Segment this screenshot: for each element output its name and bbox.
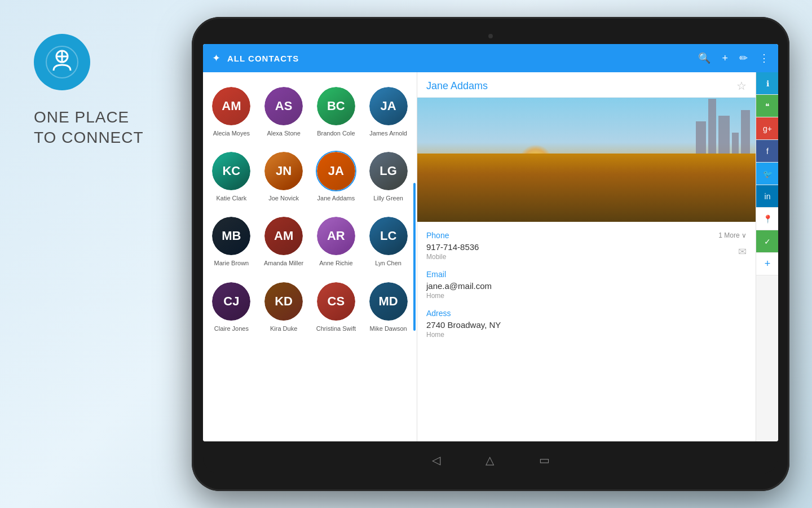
contact-avatar-15: CS [316,281,356,322]
email-section: Email jane.a@mail.com Home [426,270,747,300]
contact-item-3[interactable]: BCBrandon Cole [312,81,360,142]
contact-item-15[interactable]: CSChristina Swift [312,277,360,337]
address-value[interactable]: 2740 Broadway, NY [426,320,747,330]
side-action-add[interactable]: + [756,253,778,275]
tablet-camera [488,34,493,38]
contact-face-10: AM [264,217,303,255]
contact-item-14[interactable]: KDKira Duke [260,277,308,337]
contact-face-13: CJ [212,282,250,321]
contact-name-7: Jane Addams [317,195,355,202]
message-button[interactable]: ✉ [738,246,747,258]
phone-more[interactable]: 1 More ∨ [718,231,747,239]
detail-header: Jane Addams ☆ [417,72,756,98]
app-logo-area: ONE PLACE TO CONNECT [34,34,144,148]
side-action-facebook[interactable]: f [756,140,778,163]
contact-name-3: Brandon Cole [317,130,355,137]
contact-face-11: AR [317,217,355,255]
contact-avatar-4: JA [368,86,409,126]
phone-value[interactable]: 917-714-8536 [426,242,479,252]
recents-button[interactable]: ▭ [539,453,550,467]
contact-name-2: Alexa Stone [267,130,300,137]
app-tagline: ONE PLACE TO CONNECT [34,107,144,148]
contact-name-13: Claire Jones [214,325,249,332]
side-action-google[interactable]: g+ [756,117,778,140]
contact-item-7[interactable]: JAJane Addams [312,146,360,207]
contact-face-8: LG [369,152,408,190]
contact-face-14: KD [264,282,303,321]
menu-button[interactable]: ⋮ [759,52,769,64]
contact-name-9: Marie Brown [214,260,249,267]
contacts-grid: AMAlecia MoyesASAlexa StoneBCBrandon Col… [208,81,412,337]
contact-item-13[interactable]: CJClaire Jones [208,277,255,337]
contact-name-10: Amanda Miller [264,260,303,267]
contact-name-16: Mike Dawson [370,325,407,332]
contact-avatar-12: LC [368,216,409,256]
contact-avatar-1: AM [211,86,251,126]
cover-photo [417,98,756,222]
contact-name-12: Lyn Chen [375,260,401,267]
contact-face-2: AS [264,87,303,125]
side-action-linkedin[interactable]: in [756,185,778,208]
contact-avatar-2: AS [263,86,304,126]
address-label: Adress [426,309,747,318]
contact-item-8[interactable]: LGLilly Green [364,146,412,207]
contact-face-7: JA [317,152,355,190]
contact-name-4: James Arnold [369,130,407,137]
email-label: Email [426,270,747,279]
contact-item-16[interactable]: MDMike Dawson [364,277,412,337]
side-action-info[interactable]: ℹ [756,72,778,95]
contact-item-2[interactable]: ASAlexa Stone [260,81,308,142]
phone-section: Phone 1 More ∨ 917-714-8536 Mobile [426,231,747,261]
home-button[interactable]: △ [486,453,494,467]
contact-avatar-10: AM [263,216,304,256]
email-value[interactable]: jane.a@mail.com [426,281,747,291]
contact-avatar-13: CJ [211,281,251,322]
back-button[interactable]: ◁ [432,453,440,467]
contact-item-5[interactable]: KCKatie Clark [208,146,255,207]
app-screen: ✦ ALL CONTACTS 🔍 + ✏ ⋮ AMAlecia MoyesASA… [203,44,778,441]
contact-avatar-7: JA [316,151,356,191]
contact-face-16: MD [369,282,408,321]
top-bar-actions: 🔍 + ✏ ⋮ [698,52,769,64]
edit-button[interactable]: ✏ [739,52,748,64]
contact-avatar-9: MB [211,216,251,256]
side-action-maps[interactable]: 📍 [756,208,778,230]
top-bar-title: ALL CONTACTS [227,54,691,63]
scroll-bar[interactable] [413,183,416,331]
contact-name-1: Alecia Moyes [213,130,250,137]
contacts-panel[interactable]: AMAlecia MoyesASAlexa StoneBCBrandon Col… [203,72,417,441]
contact-face-15: CS [317,282,355,321]
side-action-check[interactable]: ✓ [756,230,778,253]
contact-name-14: Kira Duke [270,325,297,332]
contact-item-12[interactable]: LCLyn Chen [364,211,412,271]
contact-item-1[interactable]: AMAlecia Moyes [208,81,255,142]
favorite-button[interactable]: ☆ [736,79,747,93]
contact-face-6: JN [264,152,303,190]
app-logo [34,34,90,90]
contact-item-9[interactable]: MBMarie Brown [208,211,255,271]
contact-item-4[interactable]: JAJames Arnold [364,81,412,142]
side-action-quote[interactable]: ❝ [756,95,778,117]
contact-item-6[interactable]: JNJoe Novick [260,146,308,207]
tablet-device: ✦ ALL CONTACTS 🔍 + ✏ ⋮ AMAlecia MoyesASA… [192,17,789,491]
contact-avatar-16: MD [368,281,409,322]
contact-item-11[interactable]: ARAnne Richie [312,211,360,271]
contact-avatar-5: KC [211,151,251,191]
top-bar: ✦ ALL CONTACTS 🔍 + ✏ ⋮ [203,44,778,72]
tablet-screen: ✦ ALL CONTACTS 🔍 + ✏ ⋮ AMAlecia MoyesASA… [203,44,778,441]
detail-info: Phone 1 More ∨ 917-714-8536 Mobile [417,222,756,357]
side-action-twitter[interactable]: 🐦 [756,163,778,185]
contact-face-3: BC [317,87,355,125]
trees [417,154,756,222]
email-type: Home [426,292,747,300]
add-button[interactable]: + [722,52,728,64]
contact-face-12: LC [369,217,408,255]
search-button[interactable]: 🔍 [698,52,710,64]
contact-item-10[interactable]: AMAmanda Miller [260,211,308,271]
phone-type: Mobile [426,253,479,261]
contact-face-5: KC [212,152,250,190]
main-content: AMAlecia MoyesASAlexa StoneBCBrandon Col… [203,72,778,441]
address-section: Adress 2740 Broadway, NY Home [426,309,747,339]
contact-name-11: Anne Richie [319,260,352,267]
contact-face-9: MB [212,217,250,255]
